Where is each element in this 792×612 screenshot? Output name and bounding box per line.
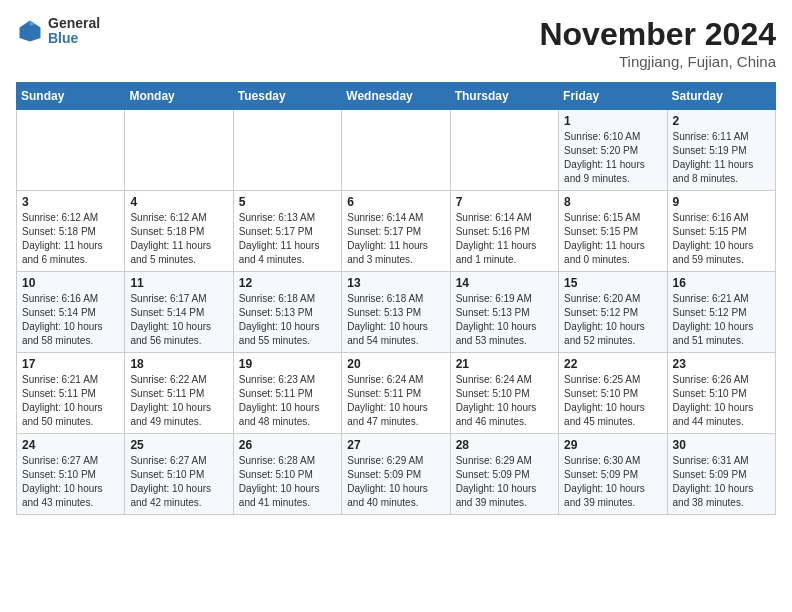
- header-thursday: Thursday: [450, 83, 558, 110]
- header-wednesday: Wednesday: [342, 83, 450, 110]
- logo-line2: Blue: [48, 31, 100, 46]
- logo-icon: [16, 17, 44, 45]
- day-number: 3: [22, 195, 119, 209]
- day-number: 11: [130, 276, 227, 290]
- calendar-cell: 11Sunrise: 6:17 AM Sunset: 5:14 PM Dayli…: [125, 272, 233, 353]
- day-number: 24: [22, 438, 119, 452]
- calendar-cell: 5Sunrise: 6:13 AM Sunset: 5:17 PM Daylig…: [233, 191, 341, 272]
- day-info: Sunrise: 6:16 AM Sunset: 5:15 PM Dayligh…: [673, 211, 770, 267]
- day-info: Sunrise: 6:14 AM Sunset: 5:16 PM Dayligh…: [456, 211, 553, 267]
- day-number: 15: [564, 276, 661, 290]
- day-number: 14: [456, 276, 553, 290]
- day-info: Sunrise: 6:16 AM Sunset: 5:14 PM Dayligh…: [22, 292, 119, 348]
- day-info: Sunrise: 6:30 AM Sunset: 5:09 PM Dayligh…: [564, 454, 661, 510]
- calendar-week-1: 1Sunrise: 6:10 AM Sunset: 5:20 PM Daylig…: [17, 110, 776, 191]
- day-info: Sunrise: 6:18 AM Sunset: 5:13 PM Dayligh…: [239, 292, 336, 348]
- calendar-cell: 16Sunrise: 6:21 AM Sunset: 5:12 PM Dayli…: [667, 272, 775, 353]
- calendar-table: Sunday Monday Tuesday Wednesday Thursday…: [16, 82, 776, 515]
- calendar-cell: 30Sunrise: 6:31 AM Sunset: 5:09 PM Dayli…: [667, 434, 775, 515]
- calendar-cell: 26Sunrise: 6:28 AM Sunset: 5:10 PM Dayli…: [233, 434, 341, 515]
- calendar-cell: [17, 110, 125, 191]
- day-info: Sunrise: 6:26 AM Sunset: 5:10 PM Dayligh…: [673, 373, 770, 429]
- day-number: 20: [347, 357, 444, 371]
- title-block: November 2024 Tingjiang, Fujian, China: [539, 16, 776, 70]
- logo-text: General Blue: [48, 16, 100, 47]
- day-info: Sunrise: 6:31 AM Sunset: 5:09 PM Dayligh…: [673, 454, 770, 510]
- calendar-header: Sunday Monday Tuesday Wednesday Thursday…: [17, 83, 776, 110]
- day-number: 25: [130, 438, 227, 452]
- calendar-body: 1Sunrise: 6:10 AM Sunset: 5:20 PM Daylig…: [17, 110, 776, 515]
- day-info: Sunrise: 6:22 AM Sunset: 5:11 PM Dayligh…: [130, 373, 227, 429]
- day-info: Sunrise: 6:25 AM Sunset: 5:10 PM Dayligh…: [564, 373, 661, 429]
- day-number: 12: [239, 276, 336, 290]
- day-info: Sunrise: 6:17 AM Sunset: 5:14 PM Dayligh…: [130, 292, 227, 348]
- calendar-cell: 19Sunrise: 6:23 AM Sunset: 5:11 PM Dayli…: [233, 353, 341, 434]
- calendar-week-3: 10Sunrise: 6:16 AM Sunset: 5:14 PM Dayli…: [17, 272, 776, 353]
- day-info: Sunrise: 6:15 AM Sunset: 5:15 PM Dayligh…: [564, 211, 661, 267]
- day-number: 30: [673, 438, 770, 452]
- calendar-cell: 20Sunrise: 6:24 AM Sunset: 5:11 PM Dayli…: [342, 353, 450, 434]
- calendar-title: November 2024: [539, 16, 776, 53]
- day-number: 28: [456, 438, 553, 452]
- day-info: Sunrise: 6:13 AM Sunset: 5:17 PM Dayligh…: [239, 211, 336, 267]
- day-number: 23: [673, 357, 770, 371]
- page-header: General Blue November 2024 Tingjiang, Fu…: [16, 16, 776, 70]
- calendar-cell: 12Sunrise: 6:18 AM Sunset: 5:13 PM Dayli…: [233, 272, 341, 353]
- calendar-cell: 8Sunrise: 6:15 AM Sunset: 5:15 PM Daylig…: [559, 191, 667, 272]
- calendar-cell: 6Sunrise: 6:14 AM Sunset: 5:17 PM Daylig…: [342, 191, 450, 272]
- logo: General Blue: [16, 16, 100, 47]
- day-info: Sunrise: 6:18 AM Sunset: 5:13 PM Dayligh…: [347, 292, 444, 348]
- calendar-cell: [125, 110, 233, 191]
- calendar-cell: 3Sunrise: 6:12 AM Sunset: 5:18 PM Daylig…: [17, 191, 125, 272]
- day-info: Sunrise: 6:21 AM Sunset: 5:11 PM Dayligh…: [22, 373, 119, 429]
- day-info: Sunrise: 6:29 AM Sunset: 5:09 PM Dayligh…: [456, 454, 553, 510]
- day-number: 6: [347, 195, 444, 209]
- calendar-cell: [450, 110, 558, 191]
- day-number: 13: [347, 276, 444, 290]
- calendar-cell: 22Sunrise: 6:25 AM Sunset: 5:10 PM Dayli…: [559, 353, 667, 434]
- day-info: Sunrise: 6:29 AM Sunset: 5:09 PM Dayligh…: [347, 454, 444, 510]
- calendar-cell: 17Sunrise: 6:21 AM Sunset: 5:11 PM Dayli…: [17, 353, 125, 434]
- day-info: Sunrise: 6:14 AM Sunset: 5:17 PM Dayligh…: [347, 211, 444, 267]
- day-info: Sunrise: 6:19 AM Sunset: 5:13 PM Dayligh…: [456, 292, 553, 348]
- calendar-cell: 23Sunrise: 6:26 AM Sunset: 5:10 PM Dayli…: [667, 353, 775, 434]
- calendar-cell: [233, 110, 341, 191]
- calendar-cell: 13Sunrise: 6:18 AM Sunset: 5:13 PM Dayli…: [342, 272, 450, 353]
- calendar-cell: 2Sunrise: 6:11 AM Sunset: 5:19 PM Daylig…: [667, 110, 775, 191]
- day-info: Sunrise: 6:12 AM Sunset: 5:18 PM Dayligh…: [22, 211, 119, 267]
- day-number: 5: [239, 195, 336, 209]
- header-sunday: Sunday: [17, 83, 125, 110]
- day-info: Sunrise: 6:21 AM Sunset: 5:12 PM Dayligh…: [673, 292, 770, 348]
- calendar-cell: 28Sunrise: 6:29 AM Sunset: 5:09 PM Dayli…: [450, 434, 558, 515]
- day-info: Sunrise: 6:28 AM Sunset: 5:10 PM Dayligh…: [239, 454, 336, 510]
- day-info: Sunrise: 6:24 AM Sunset: 5:11 PM Dayligh…: [347, 373, 444, 429]
- day-number: 17: [22, 357, 119, 371]
- day-number: 22: [564, 357, 661, 371]
- calendar-cell: 18Sunrise: 6:22 AM Sunset: 5:11 PM Dayli…: [125, 353, 233, 434]
- day-number: 7: [456, 195, 553, 209]
- calendar-cell: 15Sunrise: 6:20 AM Sunset: 5:12 PM Dayli…: [559, 272, 667, 353]
- day-number: 1: [564, 114, 661, 128]
- day-info: Sunrise: 6:24 AM Sunset: 5:10 PM Dayligh…: [456, 373, 553, 429]
- calendar-cell: 7Sunrise: 6:14 AM Sunset: 5:16 PM Daylig…: [450, 191, 558, 272]
- calendar-cell: 25Sunrise: 6:27 AM Sunset: 5:10 PM Dayli…: [125, 434, 233, 515]
- calendar-cell: 21Sunrise: 6:24 AM Sunset: 5:10 PM Dayli…: [450, 353, 558, 434]
- calendar-cell: 29Sunrise: 6:30 AM Sunset: 5:09 PM Dayli…: [559, 434, 667, 515]
- day-number: 9: [673, 195, 770, 209]
- calendar-subtitle: Tingjiang, Fujian, China: [539, 53, 776, 70]
- calendar-cell: 9Sunrise: 6:16 AM Sunset: 5:15 PM Daylig…: [667, 191, 775, 272]
- day-number: 10: [22, 276, 119, 290]
- header-monday: Monday: [125, 83, 233, 110]
- header-tuesday: Tuesday: [233, 83, 341, 110]
- calendar-cell: 4Sunrise: 6:12 AM Sunset: 5:18 PM Daylig…: [125, 191, 233, 272]
- day-info: Sunrise: 6:10 AM Sunset: 5:20 PM Dayligh…: [564, 130, 661, 186]
- day-info: Sunrise: 6:27 AM Sunset: 5:10 PM Dayligh…: [22, 454, 119, 510]
- logo-line1: General: [48, 16, 100, 31]
- day-number: 29: [564, 438, 661, 452]
- header-row: Sunday Monday Tuesday Wednesday Thursday…: [17, 83, 776, 110]
- day-number: 18: [130, 357, 227, 371]
- calendar-cell: 27Sunrise: 6:29 AM Sunset: 5:09 PM Dayli…: [342, 434, 450, 515]
- calendar-cell: [342, 110, 450, 191]
- day-info: Sunrise: 6:23 AM Sunset: 5:11 PM Dayligh…: [239, 373, 336, 429]
- day-info: Sunrise: 6:20 AM Sunset: 5:12 PM Dayligh…: [564, 292, 661, 348]
